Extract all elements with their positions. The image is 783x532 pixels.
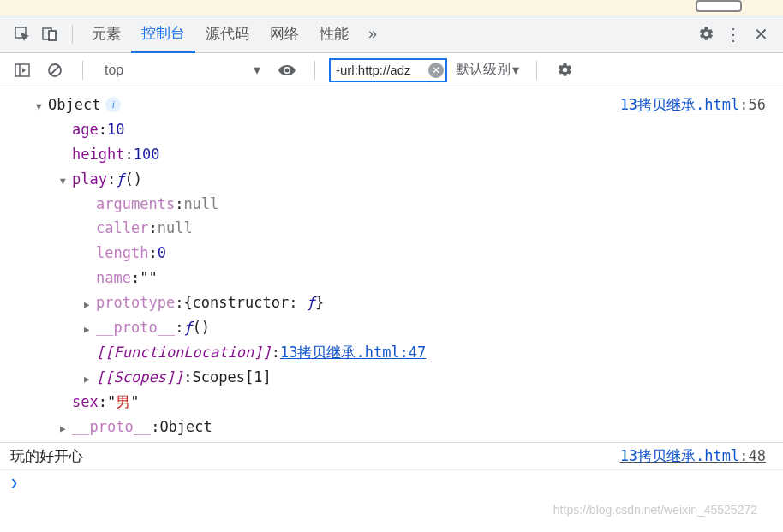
function-italic-f: ƒ [116,167,124,192]
source-file: 13拷贝继承.html [620,96,740,113]
kebab-menu-icon[interactable]: ⋮ [723,24,744,45]
prop-key: [[Scopes]] [96,365,183,390]
prop-key: name [96,266,131,290]
console-output: 13拷贝继承.html:56 Object i age: 10 height: … [0,87,783,443]
log-message-row: 玩的好开心 13拷贝继承.html:48 [0,443,783,470]
devtools-tabbar: 元素 控制台 源代码 网络 性能 » ⋮ ✕ [0,15,783,53]
inspect-icon[interactable] [12,24,33,45]
divider [536,61,537,80]
prop-key: length [96,241,148,266]
clear-filter-icon[interactable]: ✕ [428,63,444,78]
divider [82,61,83,80]
tab-elements[interactable]: 元素 [81,15,131,53]
log-level-selector[interactable]: 默认级别 ▾ [452,61,523,79]
log-text: 玩的好开心 [10,447,83,464]
prop-proto-fn[interactable]: __proto__: ƒ () [10,315,773,340]
expand-arrow-icon[interactable] [36,93,46,117]
prop-caller[interactable]: caller: null [10,216,773,241]
context-label: top [105,63,123,78]
svg-line-7 [51,66,59,75]
tab-network[interactable]: 网络 [260,15,309,53]
info-banner [0,0,783,15]
source-line: :56 [739,96,766,113]
object-label: Object [48,93,100,117]
divider [72,25,73,44]
prop-key: play [72,167,107,192]
prop-prototype[interactable]: prototype: {constructor: ƒ} [10,290,773,315]
banner-button[interactable] [696,0,742,12]
prop-preview: {constructor: ƒ} [183,290,324,315]
console-subbar: top ▾ ✕ 默认级别 ▾ [0,53,783,87]
chevron-down-icon: ▾ [512,62,519,78]
source-file: 13拷贝继承.html [620,447,740,464]
prop-value: 10 [107,117,124,142]
expand-arrow-icon[interactable] [84,315,94,340]
log-level-label: 默认级别 [456,61,511,79]
prop-arguments[interactable]: arguments: null [10,192,773,217]
prop-preview: Scopes[1] [193,365,272,390]
prop-value: 0 [158,241,166,266]
prop-key: [[FunctionLocation]] [96,340,272,365]
prop-preview: Object [159,415,212,439]
prop-age[interactable]: age: 10 [10,117,773,142]
expand-arrow-icon[interactable] [60,415,70,439]
close-icon[interactable]: ✕ [750,24,771,45]
prop-play[interactable]: play: ƒ () [10,167,773,192]
watermark: https://blog.csdn.net/weixin_45525272 [553,503,757,517]
function-parens: () [124,167,141,192]
tab-console[interactable]: 控制台 [131,15,195,53]
device-toggle-icon[interactable] [39,24,60,45]
expand-arrow-icon[interactable] [84,365,94,390]
svg-rect-2 [49,31,56,40]
function-parens: () [193,315,210,340]
prop-function-location[interactable]: [[FunctionLocation]]: 13拷贝继承.html:47 [10,340,773,365]
prop-key: __proto__ [96,315,175,340]
prop-sex[interactable]: sex: "男" [10,390,773,415]
info-icon[interactable]: i [105,97,121,112]
prop-value: null [158,216,193,241]
tab-sources[interactable]: 源代码 [195,15,260,53]
function-italic-f: ƒ [183,315,192,340]
prop-key: __proto__ [72,415,151,439]
source-line: :47 [400,344,427,361]
prop-name[interactable]: name: "" [10,266,773,290]
sidebar-toggle-icon[interactable] [12,60,33,81]
divider [314,61,315,80]
prop-key: height [72,142,124,167]
chevron-down-icon: ▾ [254,62,260,78]
prop-value: null [183,192,218,217]
prop-key: caller [96,216,148,241]
filter-input-wrap: ✕ [329,58,447,82]
console-settings-icon[interactable] [554,60,575,81]
console-prompt[interactable]: ❯ [0,470,783,496]
prop-proto-obj[interactable]: __proto__: Object [10,415,773,439]
context-selector[interactable]: top ▾ [97,59,268,81]
prop-key: sex [72,390,99,415]
source-line: :48 [739,447,766,464]
prop-key: arguments [96,192,175,217]
tab-performance[interactable]: 性能 [309,15,359,53]
more-tabs-icon[interactable]: » [362,24,383,45]
source-link-inline[interactable]: 13拷贝继承.html:47 [280,340,426,365]
live-expression-icon[interactable] [277,60,297,81]
prop-length[interactable]: length: 0 [10,241,773,266]
settings-icon[interactable] [696,24,716,45]
expand-arrow-icon[interactable] [60,167,70,192]
prompt-chevron-icon: ❯ [10,475,18,491]
source-link[interactable]: 13拷贝继承.html:56 [620,93,766,117]
expand-arrow-icon[interactable] [84,290,94,315]
prop-scopes[interactable]: [[Scopes]]: Scopes[1] [10,365,773,390]
source-file: 13拷贝继承.html [280,344,400,361]
prop-key: age [72,117,99,142]
prop-key: prototype [96,290,175,315]
clear-console-icon[interactable] [45,60,65,81]
source-link[interactable]: 13拷贝继承.html:48 [620,446,766,466]
prop-value: 男 [116,393,130,410]
prop-height[interactable]: height: 100 [10,142,773,167]
prop-value: 100 [134,142,160,167]
